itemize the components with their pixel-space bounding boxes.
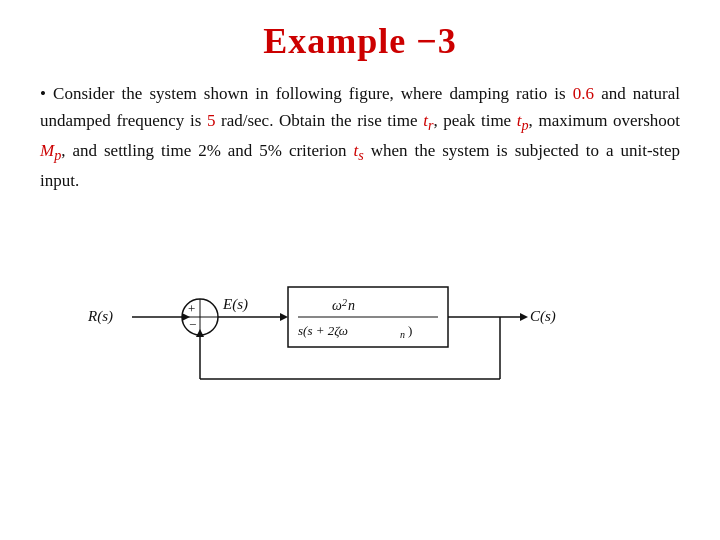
tf-numerator: ω: [332, 298, 342, 313]
tr-label: tr: [423, 111, 433, 130]
svg-marker-12: [196, 329, 204, 337]
block-diagram: R(s) + − E(s) ω 2 n: [40, 219, 680, 419]
svg-marker-8: [520, 313, 528, 321]
tf-denom-paren: ): [408, 323, 412, 338]
plus-sign: +: [188, 301, 195, 316]
bullet-marker: •: [40, 84, 53, 103]
tf-numerator-n: n: [348, 298, 355, 313]
mid5-text: , maximum overshoot: [529, 111, 680, 130]
intro-text: Consider the system shown in following f…: [53, 84, 573, 103]
mid4-text: , peak time: [433, 111, 516, 130]
tf-numerator-sup: 2: [342, 297, 347, 308]
ts-label: ts: [353, 141, 363, 160]
tf-denominator: s(s + 2ζω: [298, 323, 348, 338]
page: Example −3 • Consider the system shown i…: [0, 0, 720, 540]
mid2-text: rad/sec.: [221, 111, 273, 130]
svg-marker-5: [280, 313, 288, 321]
tf-denom-sub: n: [400, 329, 405, 340]
value-frequency: 5: [207, 111, 216, 130]
mp-label: Mp: [40, 141, 61, 160]
value-damping: 0.6: [573, 84, 594, 103]
slide-title: Example −3: [263, 20, 457, 62]
rs-label: R(s): [87, 308, 113, 325]
mid6-text: , and settling time 2% and 5% criterion: [61, 141, 353, 160]
mid3-text: Obtain the rise time: [279, 111, 423, 130]
content-paragraph: • Consider the system shown in following…: [40, 80, 680, 195]
es-label: E(s): [222, 296, 248, 313]
minus-sign: −: [189, 317, 196, 332]
tp-label: tp: [517, 111, 529, 130]
block-diagram-svg: R(s) + − E(s) ω 2 n: [70, 219, 650, 419]
cs-label: C(s): [530, 308, 556, 325]
